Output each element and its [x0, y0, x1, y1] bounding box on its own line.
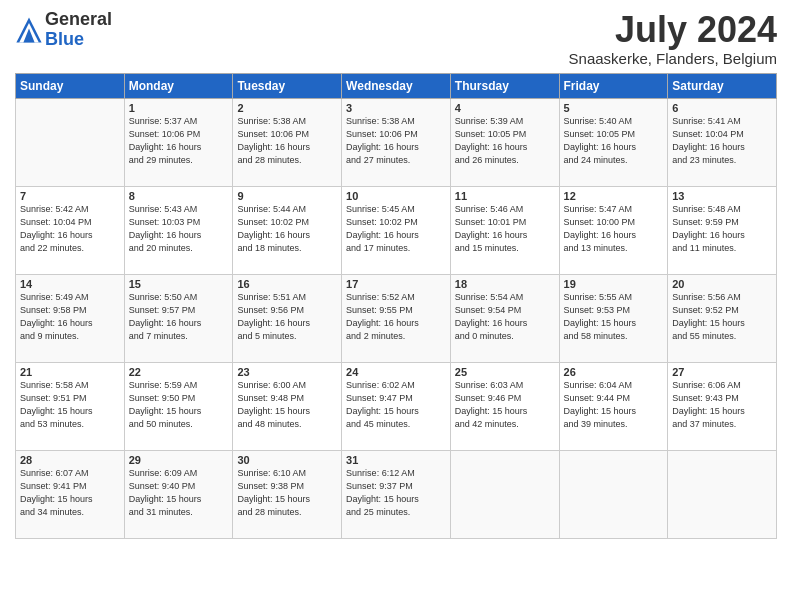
calendar-cell: 25Sunrise: 6:03 AM Sunset: 9:46 PM Dayli… [450, 362, 559, 450]
day-number: 28 [20, 454, 120, 466]
day-number: 12 [564, 190, 664, 202]
calendar-cell: 26Sunrise: 6:04 AM Sunset: 9:44 PM Dayli… [559, 362, 668, 450]
logo-text: General Blue [45, 10, 112, 50]
day-info: Sunrise: 5:42 AM Sunset: 10:04 PM Daylig… [20, 203, 120, 255]
calendar-cell: 2Sunrise: 5:38 AM Sunset: 10:06 PM Dayli… [233, 98, 342, 186]
day-number: 7 [20, 190, 120, 202]
calendar-cell [450, 450, 559, 538]
day-number: 30 [237, 454, 337, 466]
calendar-cell: 7Sunrise: 5:42 AM Sunset: 10:04 PM Dayli… [16, 186, 125, 274]
day-number: 16 [237, 278, 337, 290]
calendar-week-3: 14Sunrise: 5:49 AM Sunset: 9:58 PM Dayli… [16, 274, 777, 362]
day-number: 9 [237, 190, 337, 202]
day-info: Sunrise: 5:54 AM Sunset: 9:54 PM Dayligh… [455, 291, 555, 343]
day-info: Sunrise: 5:41 AM Sunset: 10:04 PM Daylig… [672, 115, 772, 167]
day-info: Sunrise: 5:46 AM Sunset: 10:01 PM Daylig… [455, 203, 555, 255]
weekday-header-saturday: Saturday [668, 73, 777, 98]
calendar-week-2: 7Sunrise: 5:42 AM Sunset: 10:04 PM Dayli… [16, 186, 777, 274]
day-number: 31 [346, 454, 446, 466]
logo-icon [15, 16, 43, 44]
calendar-cell: 28Sunrise: 6:07 AM Sunset: 9:41 PM Dayli… [16, 450, 125, 538]
calendar-cell: 27Sunrise: 6:06 AM Sunset: 9:43 PM Dayli… [668, 362, 777, 450]
day-number: 21 [20, 366, 120, 378]
calendar-cell: 16Sunrise: 5:51 AM Sunset: 9:56 PM Dayli… [233, 274, 342, 362]
day-info: Sunrise: 5:43 AM Sunset: 10:03 PM Daylig… [129, 203, 229, 255]
calendar-cell: 8Sunrise: 5:43 AM Sunset: 10:03 PM Dayli… [124, 186, 233, 274]
calendar-cell: 5Sunrise: 5:40 AM Sunset: 10:05 PM Dayli… [559, 98, 668, 186]
page: General Blue July 2024 Snaaskerke, Fland… [0, 0, 792, 612]
calendar-cell: 23Sunrise: 6:00 AM Sunset: 9:48 PM Dayli… [233, 362, 342, 450]
calendar-cell: 31Sunrise: 6:12 AM Sunset: 9:37 PM Dayli… [342, 450, 451, 538]
calendar-cell: 24Sunrise: 6:02 AM Sunset: 9:47 PM Dayli… [342, 362, 451, 450]
day-info: Sunrise: 5:55 AM Sunset: 9:53 PM Dayligh… [564, 291, 664, 343]
day-number: 5 [564, 102, 664, 114]
day-number: 8 [129, 190, 229, 202]
calendar-table: SundayMondayTuesdayWednesdayThursdayFrid… [15, 73, 777, 539]
weekday-header-friday: Friday [559, 73, 668, 98]
weekday-header-sunday: Sunday [16, 73, 125, 98]
calendar-cell: 11Sunrise: 5:46 AM Sunset: 10:01 PM Dayl… [450, 186, 559, 274]
calendar-cell: 12Sunrise: 5:47 AM Sunset: 10:00 PM Dayl… [559, 186, 668, 274]
day-number: 14 [20, 278, 120, 290]
calendar-cell: 20Sunrise: 5:56 AM Sunset: 9:52 PM Dayli… [668, 274, 777, 362]
weekday-header-monday: Monday [124, 73, 233, 98]
day-info: Sunrise: 6:10 AM Sunset: 9:38 PM Dayligh… [237, 467, 337, 519]
day-number: 13 [672, 190, 772, 202]
day-info: Sunrise: 5:50 AM Sunset: 9:57 PM Dayligh… [129, 291, 229, 343]
day-info: Sunrise: 6:00 AM Sunset: 9:48 PM Dayligh… [237, 379, 337, 431]
calendar-cell: 9Sunrise: 5:44 AM Sunset: 10:02 PM Dayli… [233, 186, 342, 274]
calendar-cell [668, 450, 777, 538]
logo-blue-text: Blue [45, 30, 112, 50]
weekday-header-thursday: Thursday [450, 73, 559, 98]
calendar-week-4: 21Sunrise: 5:58 AM Sunset: 9:51 PM Dayli… [16, 362, 777, 450]
day-number: 20 [672, 278, 772, 290]
day-info: Sunrise: 6:12 AM Sunset: 9:37 PM Dayligh… [346, 467, 446, 519]
day-number: 15 [129, 278, 229, 290]
day-number: 3 [346, 102, 446, 114]
calendar-cell: 14Sunrise: 5:49 AM Sunset: 9:58 PM Dayli… [16, 274, 125, 362]
calendar-cell: 17Sunrise: 5:52 AM Sunset: 9:55 PM Dayli… [342, 274, 451, 362]
day-number: 27 [672, 366, 772, 378]
day-info: Sunrise: 5:56 AM Sunset: 9:52 PM Dayligh… [672, 291, 772, 343]
calendar-cell: 15Sunrise: 5:50 AM Sunset: 9:57 PM Dayli… [124, 274, 233, 362]
day-info: Sunrise: 5:51 AM Sunset: 9:56 PM Dayligh… [237, 291, 337, 343]
header: General Blue July 2024 Snaaskerke, Fland… [15, 10, 777, 67]
day-number: 18 [455, 278, 555, 290]
logo-general-text: General [45, 10, 112, 30]
day-number: 6 [672, 102, 772, 114]
calendar-week-1: 1Sunrise: 5:37 AM Sunset: 10:06 PM Dayli… [16, 98, 777, 186]
day-info: Sunrise: 5:47 AM Sunset: 10:00 PM Daylig… [564, 203, 664, 255]
day-info: Sunrise: 5:38 AM Sunset: 10:06 PM Daylig… [346, 115, 446, 167]
calendar-cell: 1Sunrise: 5:37 AM Sunset: 10:06 PM Dayli… [124, 98, 233, 186]
calendar-cell: 22Sunrise: 5:59 AM Sunset: 9:50 PM Dayli… [124, 362, 233, 450]
calendar-cell: 13Sunrise: 5:48 AM Sunset: 9:59 PM Dayli… [668, 186, 777, 274]
location: Snaaskerke, Flanders, Belgium [569, 50, 777, 67]
calendar-cell: 21Sunrise: 5:58 AM Sunset: 9:51 PM Dayli… [16, 362, 125, 450]
day-number: 10 [346, 190, 446, 202]
day-info: Sunrise: 5:44 AM Sunset: 10:02 PM Daylig… [237, 203, 337, 255]
day-number: 25 [455, 366, 555, 378]
day-info: Sunrise: 5:40 AM Sunset: 10:05 PM Daylig… [564, 115, 664, 167]
day-info: Sunrise: 6:07 AM Sunset: 9:41 PM Dayligh… [20, 467, 120, 519]
calendar-cell: 4Sunrise: 5:39 AM Sunset: 10:05 PM Dayli… [450, 98, 559, 186]
day-number: 24 [346, 366, 446, 378]
day-number: 2 [237, 102, 337, 114]
day-number: 11 [455, 190, 555, 202]
day-info: Sunrise: 6:02 AM Sunset: 9:47 PM Dayligh… [346, 379, 446, 431]
calendar-cell: 10Sunrise: 5:45 AM Sunset: 10:02 PM Dayl… [342, 186, 451, 274]
calendar-cell: 3Sunrise: 5:38 AM Sunset: 10:06 PM Dayli… [342, 98, 451, 186]
day-info: Sunrise: 5:38 AM Sunset: 10:06 PM Daylig… [237, 115, 337, 167]
day-number: 17 [346, 278, 446, 290]
day-info: Sunrise: 5:45 AM Sunset: 10:02 PM Daylig… [346, 203, 446, 255]
day-info: Sunrise: 6:03 AM Sunset: 9:46 PM Dayligh… [455, 379, 555, 431]
day-info: Sunrise: 5:39 AM Sunset: 10:05 PM Daylig… [455, 115, 555, 167]
calendar-cell: 19Sunrise: 5:55 AM Sunset: 9:53 PM Dayli… [559, 274, 668, 362]
calendar-week-5: 28Sunrise: 6:07 AM Sunset: 9:41 PM Dayli… [16, 450, 777, 538]
calendar-cell [559, 450, 668, 538]
day-info: Sunrise: 5:37 AM Sunset: 10:06 PM Daylig… [129, 115, 229, 167]
day-info: Sunrise: 5:49 AM Sunset: 9:58 PM Dayligh… [20, 291, 120, 343]
day-info: Sunrise: 5:59 AM Sunset: 9:50 PM Dayligh… [129, 379, 229, 431]
calendar-cell [16, 98, 125, 186]
day-number: 4 [455, 102, 555, 114]
weekday-header-tuesday: Tuesday [233, 73, 342, 98]
